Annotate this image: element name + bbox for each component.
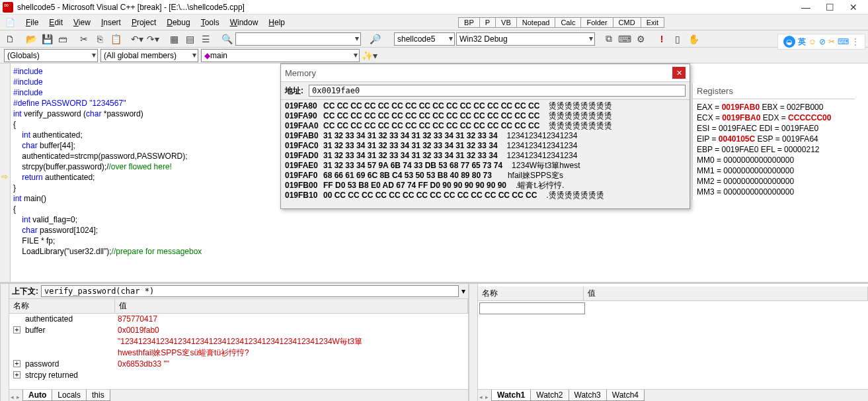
bookmark-icon[interactable]: ▯	[670, 32, 685, 46]
undo-icon[interactable]: ↶▾	[130, 32, 144, 46]
memory-dump[interactable]: 019FA80CC CC CC CC CC CC CC CC CC CC CC …	[281, 100, 690, 202]
ime-more-icon[interactable]: ⋮	[851, 37, 859, 46]
toolbar-btn-bp[interactable]: BP	[458, 17, 480, 28]
copy-icon[interactable]: ⎘	[93, 32, 107, 46]
open-icon[interactable]: 📂	[24, 32, 38, 46]
toolbar-btn-exit[interactable]: Exit	[641, 17, 664, 28]
menu-help[interactable]: Help	[263, 18, 290, 27]
col-name[interactable]: 名称	[9, 299, 115, 313]
variables-body[interactable]: authenticated875770417+buffer0x0019fab0"…	[9, 314, 468, 389]
bottom-panes: 上下文: ▾ 名称 值 authenticated875770417+buffe…	[0, 282, 868, 401]
redo-icon[interactable]: ↷▾	[145, 32, 160, 46]
memory-address-input[interactable]	[309, 85, 686, 97]
paste-icon[interactable]: 📋	[108, 32, 123, 46]
execution-arrow-icon: ⇨	[1, 172, 8, 181]
tab-watch2[interactable]: Watch2	[530, 390, 569, 401]
menu-bar: 📄 FileEditViewInsertProjectDebugToolsWin…	[0, 15, 868, 30]
platform-combo[interactable]: Win32 Debug	[456, 32, 595, 46]
watch-tabs: ◂▸ Watch1Watch2Watch3Watch4	[478, 389, 868, 401]
tab-watch4[interactable]: Watch4	[606, 390, 645, 401]
window-title: shellcode5 - Microsoft Visual C++ [break…	[17, 3, 245, 12]
ime-icon[interactable]: ◒	[783, 36, 795, 48]
menu-file[interactable]: File	[20, 18, 44, 27]
watch-body[interactable]	[478, 301, 868, 389]
toolbar-btn-calc[interactable]: Calc	[555, 17, 581, 28]
find-in-files-icon[interactable]: 🔎	[368, 32, 382, 46]
watch-col-name[interactable]: 名称	[478, 287, 584, 300]
editor-area: ⇨ #include #include #include #define PAS…	[0, 64, 868, 282]
menu-tools[interactable]: Tools	[196, 18, 225, 27]
context-label: 上下文:	[12, 286, 38, 297]
ime-keyboard-icon[interactable]: ⌨	[838, 37, 849, 46]
context-combo[interactable]	[41, 285, 459, 297]
workspace-icon[interactable]: ▦	[167, 32, 181, 46]
menu-debug[interactable]: Debug	[161, 18, 195, 27]
function-combo[interactable]: ◆ main	[201, 49, 360, 62]
tab-auto[interactable]: Auto	[22, 390, 52, 401]
maximize-button[interactable]: ☐	[818, 1, 842, 14]
tab-this[interactable]: this	[86, 390, 110, 401]
new-file-icon[interactable]: 🗋	[3, 32, 17, 46]
menu-project[interactable]: Project	[126, 18, 161, 27]
title-bar: shellcode5 - Microsoft Visual C++ [break…	[0, 0, 868, 15]
minimize-button[interactable]: —	[794, 1, 818, 14]
doc-icon[interactable]: 📄	[5, 18, 20, 27]
memory-close-button[interactable]: ✕	[672, 67, 686, 79]
ime-scissors-icon[interactable]: ✂	[828, 37, 835, 46]
cut-icon[interactable]: ✂	[77, 32, 91, 46]
toolbar-btn-notepad[interactable]: Notepad	[516, 17, 556, 28]
registers-window: Registers EAX = 0019FAB0 EBX = 002FB000E…	[692, 83, 855, 200]
toolbar-btn-p[interactable]: P	[479, 17, 496, 28]
find-combo[interactable]	[235, 32, 361, 46]
output-icon[interactable]: ▤	[182, 32, 197, 46]
watch-col-value[interactable]: 值	[584, 287, 868, 300]
window-list-icon[interactable]: ☰	[198, 32, 213, 46]
members-combo[interactable]: (All global members)	[100, 49, 198, 62]
members-bar: (Globals) (All global members) ◆ main ✨▾	[0, 48, 868, 64]
memory-title: Memory	[285, 68, 672, 78]
memory-address-label: 地址:	[285, 85, 303, 97]
tile-icon[interactable]: ⧉	[602, 32, 616, 46]
tab-watch3[interactable]: Watch3	[569, 390, 607, 401]
toolbar-btn-vb[interactable]: VB	[495, 17, 517, 28]
menu-edit[interactable]: Edit	[44, 18, 68, 27]
memory-window: Memory ✕ 地址: 019FA80CC CC CC CC CC CC CC…	[280, 64, 690, 209]
tool-icon[interactable]: ⚙	[633, 32, 648, 46]
toolbar: 🗋 📂 💾 🗃 ✂ ⎘ 📋 ↶▾ ↷▾ ▦ ▤ ☰ 🔍 🔎 shellcode5…	[0, 30, 868, 48]
watch-pane: 名称 值 ◂▸ Watch1Watch2Watch3Watch4	[478, 284, 868, 401]
menu-insert[interactable]: Insert	[96, 18, 126, 27]
ime-toolbar[interactable]: ◒ 英 ☺ ⊘ ✂ ⌨ ⋮	[777, 34, 865, 50]
save-all-icon[interactable]: 🗃	[56, 32, 70, 46]
wizard-icon[interactable]: ✨▾	[362, 48, 377, 63]
ime-lang[interactable]: 英	[798, 36, 806, 48]
close-button[interactable]: ✕	[842, 1, 865, 14]
variables-pane: 上下文: ▾ 名称 值 authenticated875770417+buffe…	[9, 284, 469, 401]
app-icon	[3, 2, 13, 13]
toolbar-btn-cmd[interactable]: CMD	[613, 17, 641, 28]
context-dropdown-icon[interactable]: ▾	[461, 287, 465, 296]
keyboard-icon[interactable]: ⌨	[617, 32, 632, 46]
ime-settings-icon[interactable]: ⊘	[819, 37, 826, 46]
toolbar-btn-folder[interactable]: Folder	[580, 17, 613, 28]
tab-watch1[interactable]: Watch1	[491, 390, 531, 401]
find-icon[interactable]: 🔍	[219, 32, 234, 46]
menu-window[interactable]: Window	[225, 18, 264, 27]
tab-locals[interactable]: Locals	[52, 390, 87, 401]
ime-smile-icon[interactable]: ☺	[809, 37, 816, 46]
breakpoint-icon[interactable]: !	[654, 32, 669, 46]
col-value[interactable]: 值	[115, 299, 468, 313]
save-icon[interactable]: 💾	[40, 32, 54, 46]
hand-icon[interactable]: ✋	[686, 32, 701, 46]
registers-body: EAX = 0019FAB0 EBX = 002FB000ECX = 0019F…	[693, 99, 855, 200]
menu-view[interactable]: View	[68, 18, 96, 27]
variables-tabs: ◂▸ AutoLocalsthis	[9, 389, 468, 401]
scope-combo[interactable]: (Globals)	[4, 49, 98, 62]
config-combo[interactable]: shellcode5	[394, 32, 455, 46]
registers-title: Registers	[693, 83, 855, 99]
gutter: ⇨	[0, 64, 11, 282]
